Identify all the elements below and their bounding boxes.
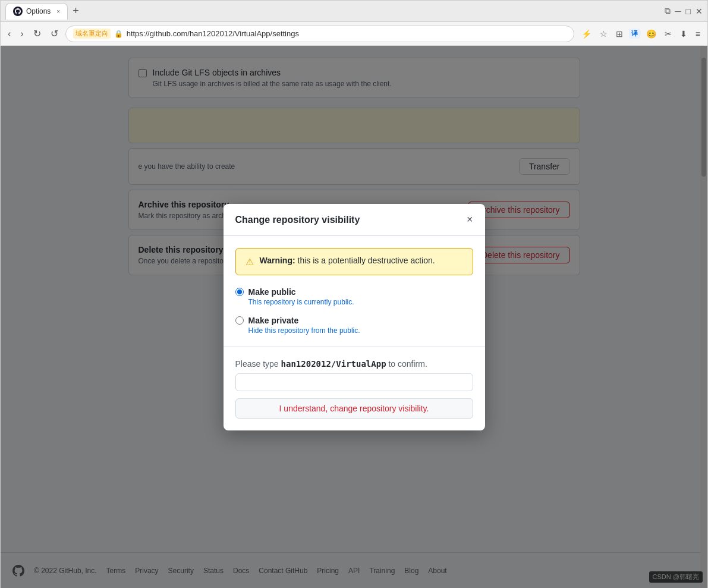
confirm-visibility-btn[interactable]: I understand, change repository visibili… xyxy=(235,398,473,419)
minimize-icon[interactable]: ─ xyxy=(675,7,681,16)
page-content: Include Git LFS objects in archives Git … xyxy=(1,46,707,588)
close-icon[interactable]: ✕ xyxy=(696,7,703,16)
lightning-btn[interactable]: ⚡ xyxy=(579,28,594,40)
collections-btn[interactable]: ⊞ xyxy=(613,28,625,40)
make-private-radio[interactable] xyxy=(235,316,244,325)
forward-btn[interactable]: › xyxy=(18,26,26,42)
make-public-option: Make public This repository is currently… xyxy=(235,287,473,306)
page-bg: Include Git LFS objects in archives Git … xyxy=(1,46,707,588)
radio-group: Make public This repository is currently… xyxy=(235,287,473,335)
toolbar-right: ⚡ ☆ ⊞ 译 😊 ✂ ⬇ ≡ xyxy=(579,28,703,40)
modal-close-btn[interactable]: × xyxy=(467,213,473,226)
browser-titlebar: Options × + ⧉ ─ □ ✕ xyxy=(1,1,707,22)
back-btn[interactable]: ‹ xyxy=(5,26,13,42)
confirm-section: Please type han1202012/VirtualApp to con… xyxy=(235,359,473,419)
profile-btn[interactable]: 😊 xyxy=(644,28,659,40)
maximize-icon[interactable]: □ xyxy=(686,7,691,16)
tab-favicon xyxy=(13,7,23,16)
tab-close-btn[interactable]: × xyxy=(56,8,60,15)
download-btn[interactable]: ⬇ xyxy=(678,28,690,40)
redirect-label: 域名重定向 xyxy=(73,29,111,39)
make-private-option: Make private Hide this repository from t… xyxy=(235,316,473,335)
browser-window: Options × + ⧉ ─ □ ✕ ‹ › ↻ ↺ 域名重定向 🔒 http… xyxy=(0,0,708,588)
scissors-btn[interactable]: ✂ xyxy=(662,28,674,40)
change-visibility-modal: Change repository visibility × ⚠ Warning… xyxy=(224,204,485,430)
browser-toolbar: ‹ › ↻ ↺ 域名重定向 🔒 https://github.com/han12… xyxy=(1,22,707,46)
restore-icon[interactable]: ⧉ xyxy=(665,6,671,16)
lock-icon: 🔒 xyxy=(114,30,123,38)
make-private-label[interactable]: Make private xyxy=(235,316,473,325)
make-public-desc: This repository is currently public. xyxy=(248,298,473,306)
modal-title: Change repository visibility xyxy=(235,215,360,225)
make-private-desc: Hide this repository from the public. xyxy=(248,326,473,335)
menu-btn[interactable]: ≡ xyxy=(693,28,703,40)
confirm-prompt-text: Please type han1202012/VirtualApp to con… xyxy=(235,359,473,369)
make-private-text: Make private xyxy=(248,316,299,325)
make-public-radio[interactable] xyxy=(235,288,244,296)
address-url-text: https://github.com/han1202012/VirtualApp… xyxy=(127,29,567,38)
make-public-label[interactable]: Make public xyxy=(235,287,473,297)
confirm-input[interactable] xyxy=(235,373,473,391)
modal-header: Change repository visibility × xyxy=(224,204,485,236)
warning-text: Warning: this is a potentially destructi… xyxy=(260,256,435,265)
new-tab-btn[interactable]: + xyxy=(73,5,79,17)
address-bar[interactable]: 域名重定向 🔒 https://github.com/han1202012/Vi… xyxy=(65,26,574,42)
titlebar-controls: ⧉ ─ □ ✕ xyxy=(665,6,703,16)
modal-overlay: Change repository visibility × ⚠ Warning… xyxy=(1,46,707,588)
translate-btn[interactable]: 译 xyxy=(629,29,640,39)
tab-title: Options xyxy=(26,7,51,15)
modal-divider xyxy=(224,347,485,347)
warning-box: ⚠ Warning: this is a potentially destruc… xyxy=(235,248,473,275)
home-btn[interactable]: ↺ xyxy=(48,26,61,42)
warning-triangle-icon: ⚠ xyxy=(246,256,254,268)
reload-btn[interactable]: ↻ xyxy=(31,26,43,42)
make-public-text: Make public xyxy=(248,287,296,297)
browser-tab[interactable]: Options × xyxy=(5,3,68,20)
modal-body: ⚠ Warning: this is a potentially destruc… xyxy=(224,236,485,430)
star-btn[interactable]: ☆ xyxy=(597,28,610,40)
